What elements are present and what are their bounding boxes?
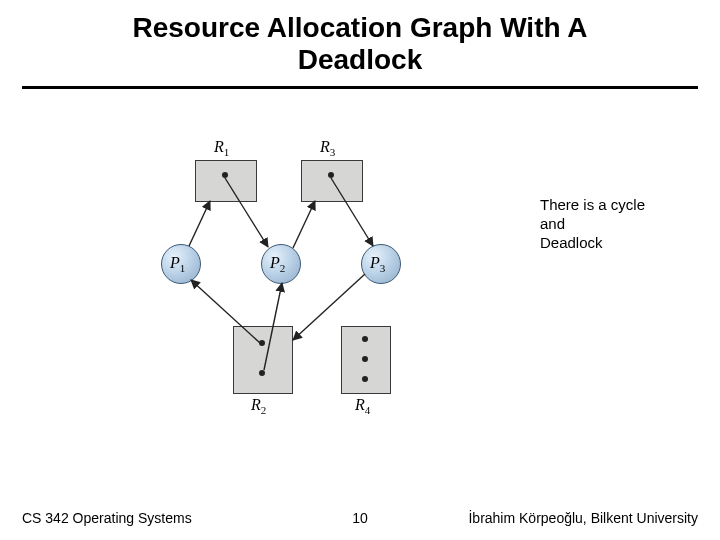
title-line-1: Resource Allocation Graph With A bbox=[132, 12, 587, 43]
note-line-1: There is a cycle bbox=[540, 196, 645, 213]
svg-line-2 bbox=[293, 274, 365, 340]
svg-line-6 bbox=[264, 283, 282, 370]
svg-line-0 bbox=[189, 201, 210, 246]
annotation-text: There is a cycle and Deadlock bbox=[540, 196, 700, 252]
svg-line-3 bbox=[225, 178, 268, 247]
resource-allocation-graph: R1 R3 R2 R4 P1 P2 P3 bbox=[165, 130, 465, 440]
svg-line-5 bbox=[191, 280, 260, 343]
footer-author: İbrahim Körpeoğlu, Bilkent University bbox=[468, 510, 698, 526]
slide-title: Resource Allocation Graph With A Deadloc… bbox=[0, 12, 720, 76]
graph-edges bbox=[165, 130, 465, 440]
note-line-2: and bbox=[540, 215, 565, 232]
svg-line-4 bbox=[331, 178, 373, 246]
note-line-3: Deadlock bbox=[540, 234, 603, 251]
title-divider bbox=[22, 86, 698, 89]
svg-line-1 bbox=[293, 201, 315, 248]
title-line-2: Deadlock bbox=[298, 44, 423, 75]
